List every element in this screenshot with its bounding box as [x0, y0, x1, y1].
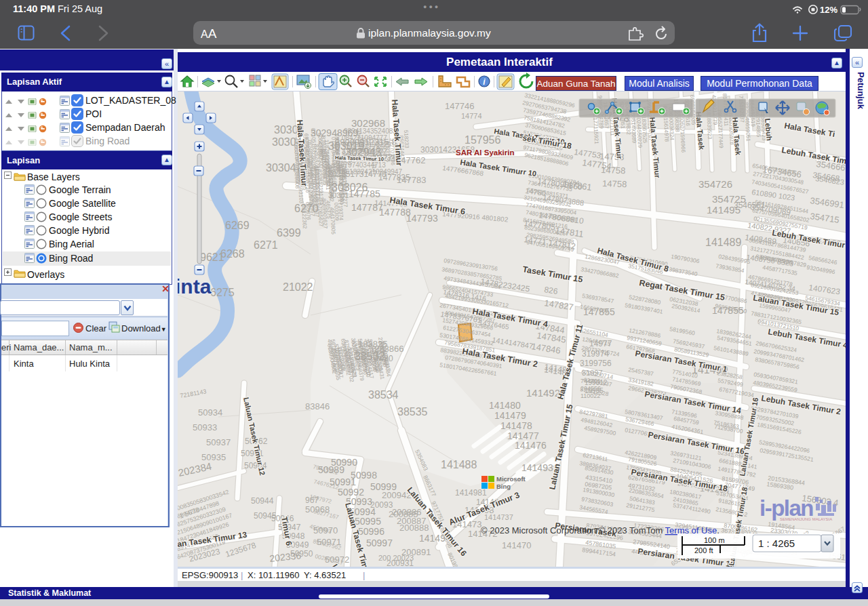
svg-text:50997: 50997	[366, 538, 393, 548]
svg-text:141493: 141493	[521, 462, 553, 473]
svg-text:83846: 83846	[305, 401, 330, 411]
svg-text:199812: 199812	[585, 379, 608, 386]
svg-text:6270: 6270	[294, 203, 319, 214]
svg-text:50989: 50989	[318, 464, 344, 475]
svg-text:6399: 6399	[277, 227, 301, 239]
svg-text:518233: 518233	[403, 130, 410, 149]
svg-text:6269: 6269	[225, 220, 250, 231]
svg-text:50934: 50934	[198, 407, 222, 418]
svg-text:2719374: 2719374	[337, 199, 344, 221]
svg-text:147783: 147783	[397, 175, 426, 185]
svg-text:14758: 14758	[602, 178, 627, 189]
svg-text:inta: inta	[178, 275, 212, 298]
svg-text:283866: 283866	[374, 344, 403, 354]
svg-text:141492: 141492	[526, 387, 560, 399]
svg-text:967: 967	[305, 496, 319, 505]
svg-text:147793: 147793	[406, 213, 438, 224]
svg-text:9621: 9621	[200, 251, 224, 263]
svg-text:147855: 147855	[712, 305, 744, 316]
svg-text:50933: 50933	[193, 422, 217, 432]
svg-text:147746: 147746	[445, 101, 474, 111]
svg-text:38535: 38535	[397, 406, 428, 418]
svg-text:31997: 31997	[582, 369, 603, 377]
svg-text:1414737: 1414737	[484, 513, 513, 521]
svg-text:141479: 141479	[494, 410, 526, 421]
svg-text:Microsoft: Microsoft	[496, 475, 526, 483]
svg-text:2980: 2980	[375, 354, 393, 363]
svg-text:200 ft: 200 ft	[694, 546, 713, 554]
svg-text:141489: 141489	[705, 237, 741, 248]
svg-text:147855: 147855	[583, 306, 615, 317]
svg-text:14774: 14774	[461, 112, 482, 120]
svg-text:50971: 50971	[317, 537, 341, 547]
svg-text:141470: 141470	[502, 540, 531, 550]
svg-text:21022: 21022	[283, 281, 313, 293]
svg-text:50991: 50991	[330, 477, 356, 487]
svg-text:1 : 4265: 1 : 4265	[758, 538, 795, 549]
svg-text:SEMENANJUNG MALAYSIA: SEMENANJUNG MALAYSIA	[780, 517, 832, 521]
svg-text:141476: 141476	[515, 440, 547, 451]
svg-text:Bing: Bing	[496, 483, 511, 490]
svg-text:141488: 141488	[441, 459, 477, 470]
svg-text:50944: 50944	[251, 496, 274, 506]
svg-text:50968: 50968	[305, 504, 330, 514]
svg-text:3199756: 3199756	[580, 359, 612, 368]
svg-text:303047: 303047	[266, 162, 302, 174]
svg-text:12%: 12%	[820, 5, 837, 15]
svg-text:30301: 30301	[328, 191, 349, 199]
svg-text:SAR Al Syakirin: SAR Al Syakirin	[456, 148, 515, 157]
svg-text:100 m: 100 m	[704, 536, 725, 544]
svg-text:38534: 38534	[368, 389, 399, 401]
svg-text:354726: 354726	[698, 178, 732, 190]
svg-text:200931: 200931	[387, 559, 414, 567]
svg-text:1414981: 1414981	[455, 488, 487, 498]
svg-text:141480: 141480	[489, 400, 521, 411]
svg-text:50937: 50937	[206, 437, 231, 447]
svg-text:6271: 6271	[254, 239, 278, 251]
svg-text:200888: 200888	[399, 523, 429, 533]
svg-text:319974: 319974	[582, 349, 609, 359]
svg-text:147785: 147785	[349, 188, 380, 199]
svg-text:157956: 157956	[465, 134, 500, 146]
svg-text:50970: 50970	[313, 525, 338, 536]
svg-text:6275: 6275	[210, 287, 235, 298]
svg-text:19985: 19985	[585, 387, 604, 395]
svg-text:141478: 141478	[500, 420, 532, 431]
svg-text:14977: 14977	[589, 339, 612, 348]
